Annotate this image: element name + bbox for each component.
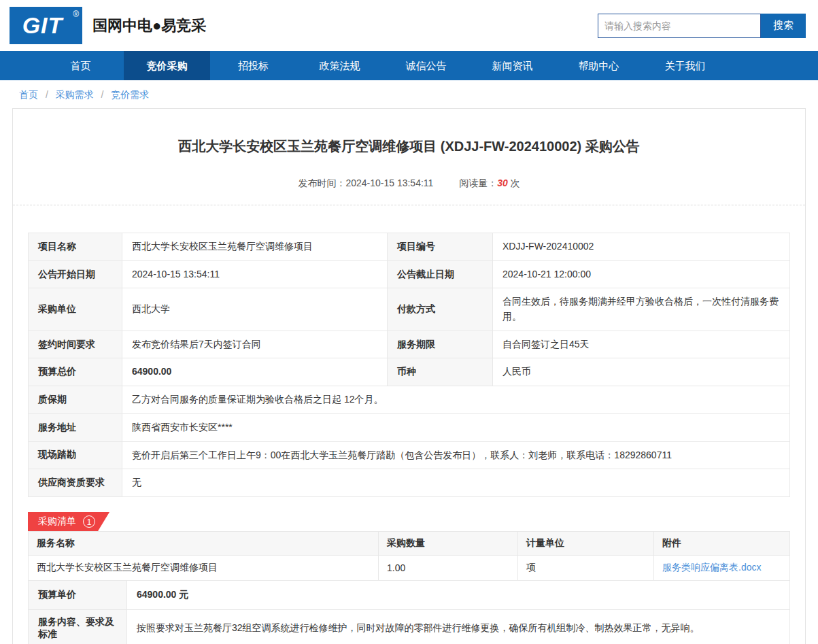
header-unit: 计量单位 (518, 531, 654, 555)
row-service-content: 服务内容、要求及标准 按照要求对玉兰苑餐厅32组空调系统进行检修维护，同时对故障… (29, 609, 790, 644)
breadcrumb: 首页 / 采购需求 / 竞价需求 (0, 80, 818, 108)
cell-unit: 项 (518, 555, 654, 580)
views-label: 阅读量： (459, 177, 497, 188)
row-budget-currency: 预算总价 64900.00 币种 人民币 (29, 358, 790, 386)
nav-item-home[interactable]: 首页 (37, 51, 124, 80)
value-payment-method: 合同生效后，待服务期满并经甲方验收合格后，一次性付清服务费用。 (493, 288, 790, 331)
views-count: 30 (497, 177, 508, 188)
publish-time-value: 2024-10-15 13:54:11 (345, 177, 433, 188)
label-total-budget: 预算总价 (29, 358, 122, 386)
value-signing-time: 发布竞价结果后7天内签订合同 (122, 331, 388, 358)
views-unit: 次 (511, 177, 520, 188)
value-end-date: 2024-10-21 12:00:00 (493, 260, 790, 288)
site-header: GIT ® 国网中电●易竞采 搜索 (0, 0, 818, 51)
label-service-address: 服务地址 (29, 413, 122, 441)
purchase-list-tag-label: 采购清单 (38, 515, 76, 528)
value-purchasing-unit: 西北大学 (122, 288, 388, 331)
row-project-name: 项目名称 西北大学长安校区玉兰苑餐厅空调维修项目 项目编号 XDJJ-FW-20… (29, 233, 790, 261)
value-service-content: 按照要求对玉兰苑餐厅32组空调系统进行检修维护，同时对故障的零部件进行维修更换，… (127, 609, 790, 644)
label-service-content: 服务内容、要求及标准 (29, 609, 127, 644)
label-unit-budget: 预算单价 (29, 580, 127, 609)
label-supplier-qualification: 供应商资质要求 (29, 469, 122, 497)
row-service-address: 服务地址 陕西省西安市长安区**** (29, 413, 790, 441)
search-button[interactable]: 搜索 (761, 14, 806, 38)
value-supplier-qualification: 无 (122, 469, 790, 497)
project-info-table: 项目名称 西北大学长安校区玉兰苑餐厅空调维修项目 项目编号 XDJJ-FW-20… (28, 233, 790, 497)
breadcrumb-procurement-demand-link[interactable]: 采购需求 (56, 89, 94, 100)
value-warranty-period: 乙方对合同服务的质量保证期为验收合格后之日起 12个月。 (122, 386, 790, 414)
cell-attachment: 服务类响应偏离表.docx (654, 555, 790, 580)
label-service-period: 服务期限 (388, 331, 493, 358)
breadcrumb-bidding-demand-link[interactable]: 竞价需求 (111, 89, 149, 100)
site-brand-title: 国网中电●易竞采 (92, 16, 206, 36)
nav-item-bidding-procurement[interactable]: 竞价采购 (124, 51, 210, 80)
registered-trademark-icon: ® (73, 10, 79, 19)
value-start-date: 2024-10-15 13:54:11 (122, 260, 388, 288)
announcement-container: 西北大学长安校区玉兰苑餐厅空调维修项目 (XDJJ-FW-202410002) … (12, 108, 806, 644)
cell-quantity: 1.00 (379, 555, 518, 580)
nav-item-about-us[interactable]: 关于我们 (642, 51, 728, 80)
purchase-list-section: 采购清单 1 (28, 512, 805, 531)
value-service-address: 陕西省西安市长安区**** (122, 413, 790, 441)
row-purchaser-payment: 采购单位 西北大学 付款方式 合同生效后，待服务期满并经甲方验收合格后，一次性付… (29, 288, 790, 331)
value-total-budget: 64900.00 (122, 358, 388, 386)
value-project-name: 西北大学长安校区玉兰苑餐厅空调维修项目 (122, 233, 388, 261)
site-logo[interactable]: GIT ® (10, 7, 82, 44)
row-warranty: 质保期 乙方对合同服务的质量保证期为验收合格后之日起 12个月。 (29, 386, 790, 414)
purchase-list-tag: 采购清单 1 (28, 512, 98, 531)
purchase-detail-table: 预算单价 64900.00 元 服务内容、要求及标准 按照要求对玉兰苑餐厅32组… (28, 580, 790, 644)
purchase-list-table: 服务名称 采购数量 计量单位 附件 西北大学长安校区玉兰苑餐厅空调维修项目 1.… (28, 531, 790, 581)
purchase-list-count-badge: 1 (83, 515, 95, 528)
label-purchasing-unit: 采购单位 (29, 288, 122, 331)
announcement-title: 西北大学长安校区玉兰苑餐厅空调维修项目 (XDJJ-FW-202410002) … (13, 109, 805, 156)
nav-item-tendering[interactable]: 招投标 (210, 51, 296, 80)
search-input[interactable] (598, 14, 761, 38)
value-service-period: 自合同签订之日45天 (493, 331, 790, 358)
label-site-survey: 现场踏勘 (29, 441, 122, 469)
header-quantity: 采购数量 (379, 531, 518, 555)
label-project-number: 项目编号 (388, 233, 493, 261)
label-start-date: 公告开始日期 (29, 260, 122, 288)
label-warranty-period: 质保期 (29, 386, 122, 414)
row-announcement-dates: 公告开始日期 2024-10-15 13:54:11 公告截止日期 2024-1… (29, 260, 790, 288)
divider (13, 205, 805, 205)
value-unit-budget: 64900.00 元 (127, 580, 790, 609)
header-service-name: 服务名称 (29, 531, 379, 555)
purchase-table-row: 西北大学长安校区玉兰苑餐厅空调维修项目 1.00 项 服务类响应偏离表.docx (29, 555, 790, 580)
label-payment-method: 付款方式 (388, 288, 493, 331)
breadcrumb-separator: / (46, 89, 48, 100)
nav-item-policies[interactable]: 政策法规 (296, 51, 383, 80)
nav-item-help-center[interactable]: 帮助中心 (556, 51, 642, 80)
breadcrumb-separator: / (101, 89, 104, 100)
header-attachment: 附件 (654, 531, 790, 555)
search-area: 搜索 (598, 14, 806, 38)
purchase-table-header-row: 服务名称 采购数量 计量单位 附件 (29, 531, 790, 555)
cell-service-name: 西北大学长安校区玉兰苑餐厅空调维修项目 (29, 555, 379, 580)
row-site-survey: 现场踏勘 竞价开启后第三个工作日上午9：00在西北大学玉兰苑餐厅踏勘（包含公告发… (29, 441, 790, 469)
label-end-date: 公告截止日期 (388, 260, 493, 288)
value-site-survey: 竞价开启后第三个工作日上午9：00在西北大学玉兰苑餐厅踏勘（包含公告发布日），联… (122, 441, 790, 469)
row-supplier-qualification: 供应商资质要求 无 (29, 469, 790, 497)
breadcrumb-home-link[interactable]: 首页 (19, 89, 38, 100)
value-project-number: XDJJ-FW-202410002 (493, 233, 790, 261)
nav-item-integrity-notices[interactable]: 诚信公告 (383, 51, 469, 80)
label-signing-time: 签约时间要求 (29, 331, 122, 358)
attachment-link[interactable]: 服务类响应偏离表.docx (662, 562, 761, 573)
main-nav: 首页 竞价采购 招投标 政策法规 诚信公告 新闻资讯 帮助中心 关于我们 (0, 51, 818, 80)
value-currency: 人民币 (493, 358, 790, 386)
row-unit-budget: 预算单价 64900.00 元 (29, 580, 790, 609)
logo-text: GIT (22, 12, 70, 39)
label-project-name: 项目名称 (29, 233, 122, 261)
nav-item-news[interactable]: 新闻资讯 (469, 51, 556, 80)
label-currency: 币种 (388, 358, 493, 386)
row-signing-service-period: 签约时间要求 发布竞价结果后7天内签订合同 服务期限 自合同签订之日45天 (29, 331, 790, 358)
announcement-meta: 发布时间：2024-10-15 13:54:11 阅读量：30 次 (13, 177, 805, 190)
publish-time-label: 发布时间： (298, 177, 345, 188)
